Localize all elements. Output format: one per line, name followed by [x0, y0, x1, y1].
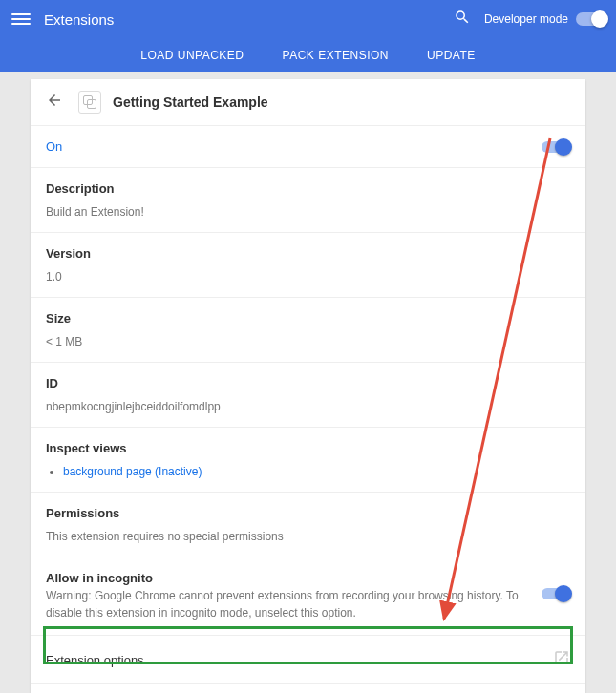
- id-section: ID nbepmkocngjinlejbceiddoilfomdlpp: [31, 363, 585, 428]
- incognito-section: Allow in incognito Warning: Google Chrom…: [31, 557, 585, 636]
- page-title: Extensions: [44, 11, 454, 28]
- version-value: 1.0: [46, 270, 570, 284]
- source-section: Source: [31, 684, 585, 693]
- extension-options-row[interactable]: Extension options: [31, 636, 585, 684]
- description-section: Description Build an Extension!: [31, 168, 585, 233]
- inspect-views-section: Inspect views background page (Inactive): [31, 428, 585, 493]
- id-label: ID: [46, 376, 570, 390]
- version-section: Version 1.0: [31, 233, 585, 298]
- back-icon[interactable]: [46, 92, 63, 113]
- card-header: Getting Started Example: [31, 79, 585, 126]
- status-label: On: [46, 139, 62, 154]
- incognito-toggle[interactable]: [542, 588, 570, 599]
- size-label: Size: [46, 311, 570, 326]
- version-label: Version: [46, 246, 570, 261]
- permissions-label: Permissions: [46, 506, 570, 520]
- developer-mode-label: Developer mode: [484, 12, 568, 26]
- open-in-new-icon: [553, 649, 570, 670]
- size-value: < 1 MB: [46, 335, 570, 348]
- id-value: nbepmkocngjinlejbceiddoilfomdlpp: [46, 400, 570, 413]
- header-tabs: LOAD UNPACKED PACK EXTENSION UPDATE: [0, 38, 616, 72]
- tab-update[interactable]: UPDATE: [427, 49, 476, 62]
- content-wrapper: Getting Started Example On Description B…: [0, 79, 616, 693]
- description-label: Description: [46, 181, 570, 196]
- incognito-warning: Warning: Google Chrome cannot prevent ex…: [46, 587, 522, 621]
- extension-card: Getting Started Example On Description B…: [31, 79, 585, 693]
- status-section: On: [31, 126, 585, 168]
- developer-mode-toggle[interactable]: [576, 12, 605, 26]
- extension-name: Getting Started Example: [113, 94, 268, 110]
- background-page-link[interactable]: background page (Inactive): [63, 465, 202, 478]
- extension-options-label: Extension options: [46, 653, 144, 667]
- tab-pack-extension[interactable]: PACK EXTENSION: [283, 49, 389, 62]
- extension-icon: [78, 91, 101, 114]
- app-header: Extensions Developer mode LOAD UNPACKED …: [0, 0, 616, 72]
- description-value: Build an Extension!: [46, 205, 570, 219]
- inspect-views-label: Inspect views: [46, 441, 570, 455]
- menu-icon[interactable]: [11, 10, 31, 29]
- incognito-label: Allow in incognito: [46, 571, 522, 585]
- header-top-bar: Extensions Developer mode: [0, 0, 616, 38]
- enable-toggle[interactable]: [542, 141, 570, 153]
- permissions-value: This extension requires no special permi…: [46, 530, 570, 543]
- tab-load-unpacked[interactable]: LOAD UNPACKED: [140, 49, 244, 62]
- search-icon[interactable]: [454, 9, 471, 30]
- size-section: Size < 1 MB: [31, 298, 585, 363]
- permissions-section: Permissions This extension requires no s…: [31, 493, 585, 557]
